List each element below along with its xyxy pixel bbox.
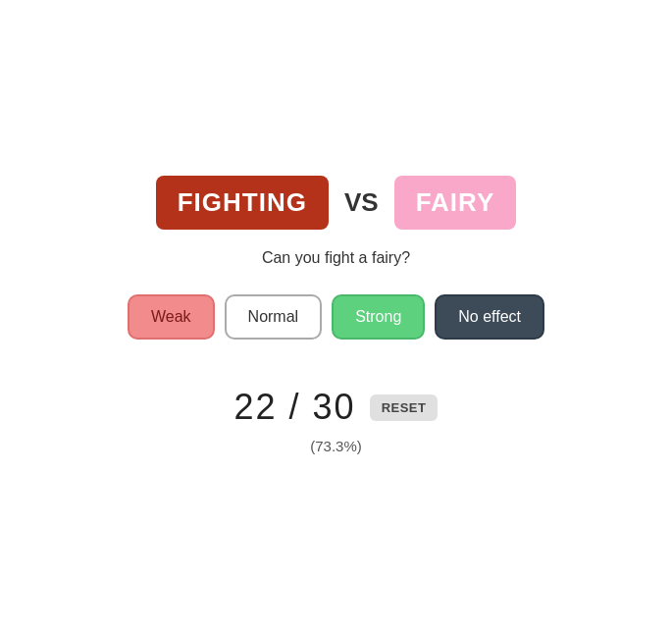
noeffect-button[interactable]: No effect — [435, 294, 544, 340]
type2-badge: FAIRY — [394, 176, 517, 230]
main-container: FIGHTING VS FAIRY Can you fight a fairy?… — [128, 176, 544, 454]
vs-label: VS — [344, 187, 379, 218]
matchup-row: FIGHTING VS FAIRY — [156, 176, 517, 230]
answer-buttons: Weak Normal Strong No effect — [128, 294, 544, 340]
weak-button[interactable]: Weak — [128, 294, 215, 340]
score-separator: / — [289, 387, 313, 427]
type1-badge: FIGHTING — [156, 176, 329, 230]
score-total: 30 — [313, 387, 356, 427]
normal-button[interactable]: Normal — [225, 294, 323, 340]
reset-button[interactable]: RESET — [370, 394, 439, 421]
score-display: 22 / 30 — [234, 387, 356, 428]
question-text: Can you fight a fairy? — [262, 249, 410, 267]
percentage-text: (73.3%) — [310, 438, 362, 454]
score-row: 22 / 30 RESET — [234, 387, 439, 428]
strong-button[interactable]: Strong — [332, 294, 425, 340]
score-current: 22 — [234, 387, 278, 427]
